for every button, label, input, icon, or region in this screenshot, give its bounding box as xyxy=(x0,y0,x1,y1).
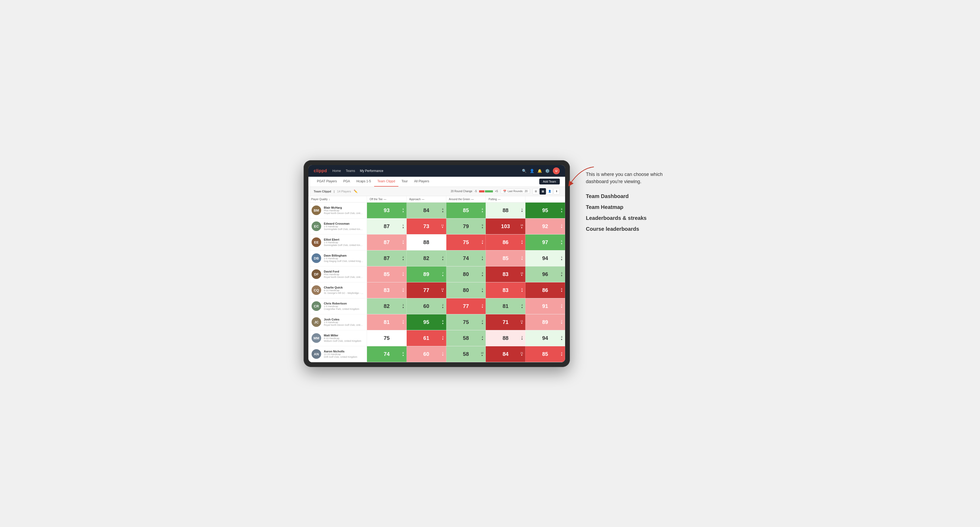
last-rounds-icon: 📅 xyxy=(503,190,506,193)
player-details: Charlie Quick6-10 HandicapSt. George's H… xyxy=(324,286,363,294)
player-club: Royal North Devon Golf Club, United King… xyxy=(324,324,363,326)
col-putting-label: Putting xyxy=(488,198,497,201)
score-cell[interactable]: 943▲ xyxy=(525,330,565,346)
score-cell[interactable]: 824▲ xyxy=(407,251,446,266)
player-info[interactable]: BMBlair McHargPlus HandicapRoyal North D… xyxy=(309,203,367,218)
last-rounds-button[interactable]: 📅 Last Rounds: 20 xyxy=(501,189,530,194)
score-cell[interactable]: 8310▼ xyxy=(486,267,525,282)
score-change: 3▼ xyxy=(481,240,483,244)
score-cell[interactable]: 88 xyxy=(407,235,446,250)
score-cell[interactable]: 913▼ xyxy=(525,298,565,314)
score-cell[interactable]: 923▼ xyxy=(525,219,565,234)
score-cell[interactable]: 853▼ xyxy=(486,251,525,266)
player-info[interactable]: MMMatt Miller6-10 HandicapWoburn Golf Cl… xyxy=(309,330,367,346)
change-arrow: ▼ xyxy=(442,227,444,229)
score-cell[interactable]: 868▼ xyxy=(525,283,565,298)
score-cell[interactable]: 584▲ xyxy=(446,330,486,346)
score-cell[interactable]: 75 xyxy=(367,330,407,346)
score-cell[interactable]: 846▲ xyxy=(407,203,446,218)
search-icon[interactable]: 🔍 xyxy=(522,169,527,173)
score-cell[interactable]: 7111▼ xyxy=(486,314,525,330)
score-cell[interactable]: 601▼ xyxy=(407,346,446,362)
score-cell[interactable]: 866▼ xyxy=(486,235,525,250)
score-change: 8▼ xyxy=(561,288,563,292)
player-info[interactable]: ECEdward Crossman1-5 HandicapSunningdale… xyxy=(309,219,367,234)
view-grid-icon[interactable]: ⊞ xyxy=(533,188,539,195)
score-cell[interactable]: 799▲ xyxy=(446,219,486,234)
sub-nav-pgat[interactable]: PGAT Players xyxy=(314,177,340,187)
score-cell[interactable]: 836▼ xyxy=(486,283,525,298)
view-download-icon[interactable]: ⬇ xyxy=(554,188,560,195)
score-cell[interactable]: 882▼ xyxy=(486,330,525,346)
score-cell[interactable]: 854▼ xyxy=(525,346,565,362)
player-info[interactable]: ANAaron Nicholls11-15 HandicapDrift Golf… xyxy=(309,346,367,362)
player-info[interactable]: DBDave Billingham1-5 HandicapGog Magog G… xyxy=(309,251,367,266)
edit-icon[interactable]: ✏️ xyxy=(354,189,358,193)
score-cell[interactable]: 858▲ xyxy=(446,203,486,218)
score-cell[interactable]: 5810▲ xyxy=(446,346,486,362)
score-cell[interactable]: 773▼ xyxy=(446,298,486,314)
score-value: 91 xyxy=(542,303,548,309)
score-cell[interactable]: 602▲ xyxy=(407,298,446,314)
score-cell[interactable]: 10315▲ xyxy=(486,219,525,234)
score-cell[interactable]: 975▲ xyxy=(525,235,565,250)
col-header-putting: Putting — xyxy=(486,196,525,202)
score-cell[interactable]: 752▲ xyxy=(446,314,486,330)
score-cell[interactable]: 801▲ xyxy=(446,283,486,298)
score-cell[interactable]: 941▲ xyxy=(525,251,565,266)
player-info[interactable]: JCJosh Coles1-5 HandicapRoyal North Devo… xyxy=(309,314,367,330)
score-cell[interactable]: 833▼ xyxy=(367,283,407,298)
team-separator: | xyxy=(334,190,334,193)
score-cell[interactable]: 814▲ xyxy=(486,298,525,314)
sub-nav-team-clippd[interactable]: Team Clippd xyxy=(374,177,398,187)
score-cell[interactable]: 7311▼ xyxy=(407,219,446,234)
score-cell[interactable]: 748▲ xyxy=(367,346,407,362)
score-cell[interactable]: 853▼ xyxy=(367,267,407,282)
score-cell[interactable]: 873▼ xyxy=(367,235,407,250)
score-cell[interactable]: 939▲ xyxy=(367,203,407,218)
player-info[interactable]: CQCharlie Quick6-10 HandicapSt. George's… xyxy=(309,283,367,298)
view-person-icon[interactable]: 👤 xyxy=(546,188,553,195)
score-cell[interactable]: 741▲ xyxy=(446,251,486,266)
sub-nav-tour[interactable]: Tour xyxy=(398,177,411,187)
change-arrow: ▼ xyxy=(520,354,523,356)
avatar[interactable]: U xyxy=(553,167,560,174)
profile-icon[interactable]: 👤 xyxy=(530,169,534,173)
player-club: St. George's Hill GC - Weybridge - Surre… xyxy=(324,292,363,294)
settings-icon[interactable]: ⚙️ xyxy=(545,169,550,173)
score-cell[interactable]: 813▼ xyxy=(367,314,407,330)
score-cell[interactable]: 958▲ xyxy=(407,314,446,330)
sub-nav-hcaps[interactable]: Hcaps 1-5 xyxy=(353,177,374,187)
bell-icon[interactable]: 🔔 xyxy=(538,169,542,173)
view-table-icon[interactable]: ▦ xyxy=(539,188,546,195)
sub-nav-all-players[interactable]: All Players xyxy=(411,177,433,187)
score-cell[interactable]: 897▲ xyxy=(407,267,446,282)
score-cell[interactable]: 803▲ xyxy=(446,267,486,282)
annotation-item-2: Leaderboards & streaks xyxy=(586,215,676,221)
score-cell[interactable]: 823▲ xyxy=(367,298,407,314)
score-cell[interactable]: 959▲ xyxy=(525,203,565,218)
score-value: 88 xyxy=(423,239,429,245)
score-cell[interactable]: 892▼ xyxy=(525,314,565,330)
score-cell[interactable]: 881▼ xyxy=(486,203,525,218)
score-change: 8▲ xyxy=(402,352,404,356)
score-cell[interactable]: 613▼ xyxy=(407,330,446,346)
score-value: 82 xyxy=(384,303,390,309)
score-cell[interactable]: 753▼ xyxy=(446,235,486,250)
score-cell[interactable]: 8421▼ xyxy=(486,346,525,362)
add-team-button[interactable]: Add Team xyxy=(539,179,560,184)
player-info[interactable]: EEElliot Ebert1-5 HandicapSunningdale Go… xyxy=(309,235,367,250)
player-name: Chris Robertson xyxy=(324,302,359,305)
score-value: 80 xyxy=(463,271,469,277)
player-info[interactable]: CRChris Robertson1-5 HandicapCraigmillar… xyxy=(309,298,367,314)
nav-home[interactable]: Home xyxy=(332,169,341,173)
player-info[interactable]: DFDavid FordPlus HandicapRoyal North Dev… xyxy=(309,267,367,282)
nav-my-performance[interactable]: My Performance xyxy=(360,169,383,173)
player-details: Blair McHargPlus HandicapRoyal North Dev… xyxy=(324,206,363,214)
score-cell[interactable]: 871▲ xyxy=(367,219,407,234)
score-cell[interactable]: 7714▼ xyxy=(407,283,446,298)
score-cell[interactable]: 874▲ xyxy=(367,251,407,266)
nav-teams[interactable]: Teams xyxy=(346,169,355,173)
score-cell[interactable]: 963▲ xyxy=(525,267,565,282)
sub-nav-pga[interactable]: PGA xyxy=(340,177,353,187)
